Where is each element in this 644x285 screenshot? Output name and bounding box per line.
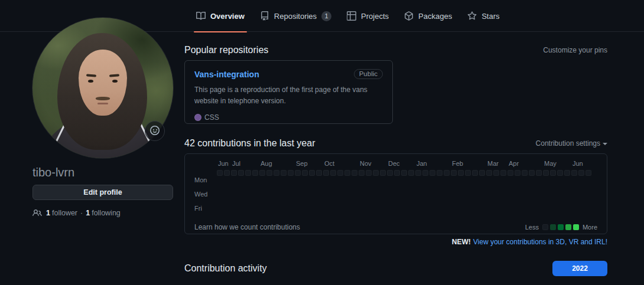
contribution-cell[interactable]: [309, 170, 315, 176]
contribution-cell[interactable]: [422, 170, 428, 176]
contribution-cell[interactable]: [359, 170, 365, 176]
following-link[interactable]: 1 following: [86, 209, 121, 217]
chevron-down-icon: [603, 143, 607, 145]
contribution-cell[interactable]: [259, 170, 265, 176]
contribution-cell[interactable]: [245, 170, 251, 176]
contribution-cell[interactable]: [323, 170, 329, 176]
year-2022-button[interactable]: 2022: [552, 261, 607, 276]
tab-label: Projects: [361, 12, 389, 21]
contribution-cell[interactable]: [408, 170, 414, 176]
new-badge-text: NEW!: [452, 238, 471, 246]
tab-packages[interactable]: Packages: [399, 0, 457, 32]
avatar-mustache: [96, 97, 110, 100]
contribution-cell[interactable]: [252, 170, 258, 176]
set-status-button[interactable]: [145, 121, 165, 141]
avatar-eye: [88, 80, 93, 83]
contribution-cell[interactable]: [472, 170, 478, 176]
followers-label: follower: [52, 209, 77, 217]
contribution-cell[interactable]: [515, 170, 521, 176]
legend-more-label: More: [583, 224, 597, 231]
month-label: Nov: [360, 160, 372, 167]
contribution-cell[interactable]: [522, 170, 528, 176]
contribution-cell[interactable]: [550, 170, 556, 176]
contribution-cell[interactable]: [224, 170, 230, 176]
contribution-cell[interactable]: [401, 170, 407, 176]
day-label: Wed: [194, 191, 207, 198]
contribution-cell[interactable]: [295, 170, 301, 176]
contribution-cell[interactable]: [479, 170, 485, 176]
contribution-cell[interactable]: [586, 170, 591, 176]
contribution-cell[interactable]: [366, 170, 372, 176]
repo-name-link[interactable]: Vans-integration: [194, 70, 259, 79]
package-icon: [404, 11, 414, 21]
tab-stars[interactable]: Stars: [463, 0, 504, 32]
contribution-cell[interactable]: [500, 170, 506, 176]
profile-tab-bar: OverviewRepositories1ProjectsPackagesSta…: [191, 0, 505, 32]
contribution-cell[interactable]: [394, 170, 400, 176]
month-label: May: [544, 160, 557, 167]
contribution-cell[interactable]: [330, 170, 336, 176]
month-label: Jun: [218, 160, 229, 167]
repo-visibility-badge: Public: [354, 69, 383, 79]
contribution-cell[interactable]: [444, 170, 450, 176]
month-label: Sep: [296, 160, 308, 167]
contribution-cell[interactable]: [337, 170, 343, 176]
contribution-cell[interactable]: [316, 170, 322, 176]
contributions-3d-link[interactable]: View your contributions in 3D, VR and IR…: [473, 238, 607, 246]
month-label: Feb: [452, 160, 463, 167]
contribution-cell[interactable]: [281, 170, 287, 176]
contribution-cell[interactable]: [557, 170, 563, 176]
month-label: Aug: [261, 160, 272, 167]
legend-levels: [542, 224, 579, 230]
contribution-cell[interactable]: [578, 170, 584, 176]
contribution-cell[interactable]: [529, 170, 535, 176]
project-icon: [347, 11, 356, 21]
tab-projects[interactable]: Projects: [342, 0, 393, 32]
graph-legend: Less More: [525, 224, 597, 231]
contribution-cell[interactable]: [508, 170, 513, 176]
legend-level-swatch: [573, 224, 579, 230]
contribution-cell[interactable]: [543, 170, 549, 176]
contribution-cell[interactable]: [231, 170, 237, 176]
contribution-settings-dropdown[interactable]: Contribution settings: [536, 139, 607, 148]
month-label: Jul: [232, 160, 240, 167]
contribution-cell[interactable]: [266, 170, 272, 176]
contribution-cell[interactable]: [302, 170, 308, 176]
contribution-cell[interactable]: [373, 170, 379, 176]
contribution-cell[interactable]: [217, 170, 223, 176]
tab-label: Packages: [418, 12, 452, 21]
contribution-activity-heading: Contribution activity: [184, 263, 267, 274]
contribution-cell[interactable]: [238, 170, 244, 176]
contribution-cell[interactable]: [465, 170, 471, 176]
tab-label: Repositories: [274, 12, 317, 21]
tab-overview[interactable]: Overview: [191, 0, 249, 32]
followers-link[interactable]: 1 follower: [46, 209, 77, 217]
contribution-cell[interactable]: [571, 170, 577, 176]
contribution-cell[interactable]: [352, 170, 357, 176]
learn-contributions-link[interactable]: Learn how we count contributions: [194, 223, 300, 231]
contribution-cell[interactable]: [536, 170, 542, 176]
contribution-cell[interactable]: [486, 170, 492, 176]
profile-username: tibo-lvrn: [32, 166, 173, 179]
contribution-cell[interactable]: [437, 170, 443, 176]
profile-main-column: Popular repositories Customize your pins…: [184, 45, 607, 276]
contribution-cell[interactable]: [288, 170, 294, 176]
contribution-cell[interactable]: [451, 170, 457, 176]
contribution-cell[interactable]: [493, 170, 499, 176]
contribution-cell[interactable]: [458, 170, 464, 176]
language-color-dot: [194, 114, 201, 121]
edit-profile-button[interactable]: Edit profile: [32, 185, 173, 200]
contribution-cell[interactable]: [387, 170, 393, 176]
contribution-cell[interactable]: [564, 170, 570, 176]
avatar-shirt: [44, 117, 161, 158]
customize-pins-link[interactable]: Customize your pins: [543, 46, 607, 54]
contribution-graph: JunJulAugSepOctNovDecJanFebMarAprMayJun …: [184, 153, 607, 234]
avatar-mouth: [97, 103, 108, 104]
contribution-cell[interactable]: [415, 170, 421, 176]
contribution-cell[interactable]: [430, 170, 435, 176]
tab-repositories[interactable]: Repositories1: [255, 0, 336, 32]
contribution-cell[interactable]: [380, 170, 386, 176]
contribution-cell[interactable]: [344, 170, 350, 176]
contribution-cell[interactable]: [274, 170, 279, 176]
repo-description: This page is a reproduction of the first…: [194, 84, 383, 106]
